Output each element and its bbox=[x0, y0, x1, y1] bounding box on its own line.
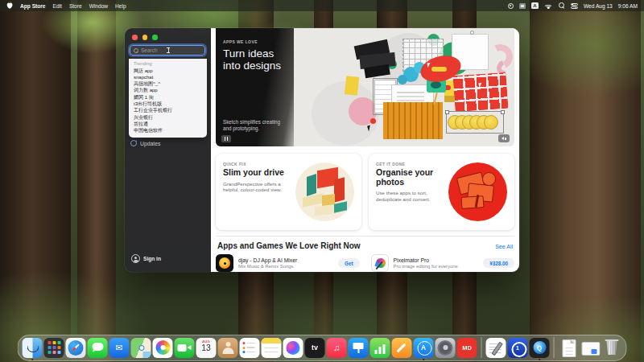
dock-item-1password[interactable]: 1 bbox=[508, 338, 528, 358]
keynote-icon[interactable] bbox=[349, 338, 369, 358]
pages-icon[interactable] bbox=[392, 338, 412, 358]
dock-item-facetime[interactable] bbox=[175, 338, 195, 358]
dock-item-app-store[interactable]: A bbox=[414, 338, 434, 358]
dock-item-music[interactable]: ♫ bbox=[327, 338, 347, 358]
app-row[interactable]: djay - DJ App & AI MixerMix Music & Remi… bbox=[216, 254, 360, 272]
launchpad-icon[interactable] bbox=[44, 338, 64, 358]
trending-list: 网店 appsnapchat高德地图^_^词力数 app媚冈 1 街t3出行司机… bbox=[134, 68, 207, 134]
dock-item-contacts[interactable] bbox=[218, 338, 238, 358]
trending-item[interactable]: 货拉通 bbox=[134, 121, 207, 127]
close-button[interactable] bbox=[132, 35, 138, 40]
menu-date[interactable]: Wed Aug 13 bbox=[584, 3, 613, 9]
dock-item-keynote[interactable] bbox=[349, 338, 369, 358]
trending-item[interactable]: snapchat bbox=[134, 74, 207, 80]
zoom-button[interactable] bbox=[152, 35, 158, 40]
textedit-icon[interactable] bbox=[486, 338, 506, 358]
1password-icon[interactable]: 1 bbox=[508, 338, 528, 358]
app-name[interactable]: djay - DJ App & AI Mixer bbox=[238, 257, 297, 264]
app-action-button[interactable]: Get bbox=[338, 258, 360, 268]
music-icon[interactable]: ♫ bbox=[327, 338, 347, 358]
siri-icon[interactable] bbox=[283, 338, 303, 358]
dock-item-notes[interactable] bbox=[262, 338, 282, 358]
menu-time[interactable]: 9:06 AM bbox=[618, 3, 638, 9]
trending-item[interactable]: 兴业银行 bbox=[134, 114, 207, 121]
messages-icon[interactable] bbox=[88, 338, 108, 358]
menu-window[interactable]: Window bbox=[89, 3, 108, 9]
numbers-icon[interactable] bbox=[370, 338, 390, 358]
app-action-button[interactable]: ¥328.00 bbox=[483, 258, 514, 268]
control-center-icon[interactable] bbox=[571, 3, 578, 9]
dock-item-system-preferences[interactable] bbox=[436, 338, 456, 358]
dock-item-recent-window[interactable] bbox=[580, 338, 601, 358]
spotlight-icon[interactable] bbox=[559, 2, 565, 9]
safari-icon[interactable] bbox=[66, 338, 86, 358]
see-all-link[interactable]: See All bbox=[495, 244, 513, 249]
dock-item-textedit[interactable] bbox=[486, 338, 506, 358]
trending-item[interactable]: 网店 app bbox=[134, 68, 207, 74]
trending-item[interactable]: 媚冈 1 街 bbox=[134, 94, 207, 101]
dock-item-siri[interactable] bbox=[283, 338, 303, 358]
dock-item-maps[interactable] bbox=[131, 338, 151, 358]
photos-icon[interactable] bbox=[153, 338, 173, 358]
calendar-icon[interactable]: AUG13 bbox=[196, 338, 217, 358]
trending-item[interactable]: 词力数 app bbox=[134, 87, 207, 93]
pause-button[interactable] bbox=[221, 135, 231, 142]
record-icon[interactable] bbox=[508, 3, 514, 9]
dock-item-safari[interactable] bbox=[66, 338, 86, 358]
trending-item[interactable]: 中国电信软件 bbox=[134, 127, 207, 134]
mail-icon[interactable]: ✉ bbox=[109, 338, 130, 358]
menu-edit[interactable]: Edit bbox=[53, 3, 62, 9]
screen-icon[interactable] bbox=[519, 3, 526, 9]
dock-item-launchpad[interactable] bbox=[44, 338, 64, 358]
recent-window-icon[interactable] bbox=[580, 338, 601, 358]
apple-menu-icon[interactable] bbox=[6, 2, 13, 10]
finder-icon[interactable] bbox=[23, 338, 43, 358]
reminders-icon[interactable] bbox=[240, 338, 260, 358]
q-app-icon[interactable]: Q bbox=[530, 338, 550, 358]
dock-item-reminders[interactable] bbox=[240, 338, 260, 358]
app-row[interactable]: Pixelmator ProPro image editing for ever… bbox=[371, 254, 515, 272]
menu-app-name[interactable]: App Store bbox=[20, 3, 46, 9]
menu-help[interactable]: Help bbox=[115, 3, 126, 9]
trending-item[interactable]: 工行企业手机银行 bbox=[134, 107, 207, 113]
app-store-icon[interactable]: A bbox=[414, 338, 434, 358]
dock-item-pages[interactable] bbox=[392, 338, 412, 358]
facetime-icon[interactable] bbox=[175, 338, 195, 358]
dock-item-finder[interactable] bbox=[23, 338, 43, 358]
card-slim-your-drive[interactable]: QUICK FIX Slim your drive GrandPerspecti… bbox=[216, 154, 361, 230]
minimize-button[interactable] bbox=[142, 35, 148, 40]
menu-store[interactable]: Store bbox=[69, 3, 82, 9]
notes-icon[interactable] bbox=[262, 338, 282, 358]
mute-button[interactable] bbox=[498, 134, 510, 142]
md-app-icon[interactable]: MD bbox=[457, 338, 477, 358]
maps-icon[interactable] bbox=[131, 338, 151, 358]
dock-item-photos[interactable] bbox=[153, 338, 173, 358]
input-source-icon[interactable]: A bbox=[531, 2, 539, 9]
sidebar-item-updates[interactable]: Updates bbox=[130, 140, 160, 146]
search-input[interactable]: Search bbox=[130, 45, 205, 56]
featured-banner[interactable]: APPS WE LOVE Turn ideas into designs Ske… bbox=[216, 28, 514, 146]
dock-item-calendar[interactable]: AUG13 bbox=[196, 338, 217, 358]
sign-in-button[interactable]: Sign in bbox=[131, 254, 161, 263]
dock-item-apple-tv[interactable]: tv bbox=[305, 338, 325, 358]
pixelmator-icon[interactable] bbox=[371, 254, 389, 272]
dock-item-q-app[interactable]: Q bbox=[530, 338, 550, 358]
card-organise-your-photos[interactable]: GET IT DONE Organise your photos Use the… bbox=[369, 154, 514, 230]
app-name[interactable]: Pixelmator Pro bbox=[394, 257, 458, 264]
dock-item-recent-document[interactable] bbox=[559, 338, 579, 358]
wifi-icon[interactable] bbox=[544, 2, 553, 9]
apple-tv-icon[interactable]: tv bbox=[305, 338, 325, 358]
recent-document-icon[interactable] bbox=[559, 338, 579, 358]
djay-icon[interactable] bbox=[216, 254, 233, 272]
contacts-icon[interactable] bbox=[218, 338, 238, 358]
trending-item[interactable]: t3出行司机版 bbox=[134, 101, 207, 107]
trending-item[interactable]: 高德地图^_^ bbox=[134, 80, 207, 87]
dock-item-trash[interactable] bbox=[602, 338, 622, 358]
dock-item-numbers[interactable] bbox=[370, 338, 390, 358]
system-preferences-icon[interactable] bbox=[436, 338, 456, 358]
trash-icon[interactable] bbox=[602, 338, 622, 358]
illustration-shape bbox=[431, 67, 447, 72]
dock-item-messages[interactable] bbox=[88, 338, 108, 358]
dock-item-mail[interactable]: ✉ bbox=[109, 338, 130, 358]
dock-item-md-app[interactable]: MD bbox=[457, 338, 477, 358]
